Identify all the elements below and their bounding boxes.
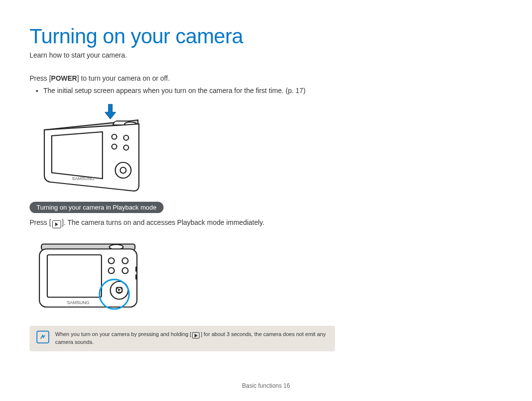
playback-icon (52, 220, 61, 228)
page-title: Turning on your camera (30, 25, 502, 48)
power-arrow-icon (105, 104, 116, 119)
page-footer: Basic functions 16 (0, 382, 532, 389)
note-pre: When you turn on your camera by pressing… (55, 331, 191, 337)
playback-icon-small (192, 332, 200, 339)
note-box: When you turn on your camera by pressing… (30, 326, 335, 351)
svg-point-8 (124, 145, 129, 150)
power-post: ] to turn your camera on or off. (77, 74, 169, 82)
svg-point-14 (122, 258, 128, 264)
playback-heading-pill: Turning on your camera in Playback mode (30, 202, 164, 213)
bullet-item-1: The initial setup screen appears when yo… (43, 86, 502, 95)
note-text: When you turn on your camera by pressing… (55, 331, 328, 346)
svg-point-5 (112, 134, 117, 139)
svg-rect-12 (47, 255, 101, 297)
footer-section: Basic functions (242, 382, 283, 389)
bullet-list: The initial setup screen appears when yo… (30, 86, 502, 95)
camera-diagram-iso: SAMSUNG (30, 101, 502, 195)
page-subtitle: Learn how to start your camera. (30, 51, 502, 59)
svg-point-13 (108, 258, 114, 264)
svg-point-16 (122, 268, 128, 274)
playback-post: ]. The camera turns on and accesses Play… (62, 218, 265, 226)
footer-page-number: 16 (283, 382, 290, 389)
brand-label-2: SAMSUNG (67, 300, 90, 305)
power-pre: Press [ (30, 74, 51, 82)
power-instruction: Press [POWER] to turn your camera on or … (30, 74, 502, 84)
brand-label: SAMSUNG (72, 176, 95, 181)
manual-page: Turning on your camera Learn how to star… (0, 0, 532, 401)
playback-instruction: Press []. The camera turns on and access… (30, 218, 502, 228)
svg-point-15 (108, 268, 114, 274)
svg-point-7 (112, 144, 117, 149)
svg-point-6 (124, 135, 129, 140)
note-icon (36, 331, 49, 343)
svg-point-4 (120, 167, 126, 173)
power-bold: POWER (51, 74, 77, 82)
camera-diagram-rear: SAMSUNG (30, 235, 502, 319)
playback-pre: Press [ (30, 218, 51, 226)
